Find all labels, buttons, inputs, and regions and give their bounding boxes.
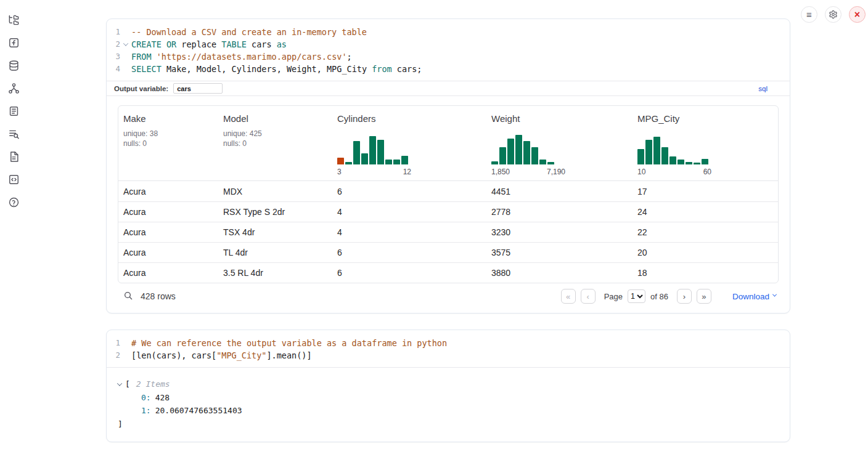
- code-line[interactable]: 1# We can reference the output variable …: [107, 337, 790, 349]
- histogram-bar: [547, 162, 554, 164]
- histogram-bar: [361, 153, 368, 164]
- fold-chevron-icon[interactable]: [120, 38, 131, 51]
- close-icon: ×: [854, 9, 860, 20]
- prev-page-button[interactable]: ‹: [581, 289, 596, 304]
- table-cell: Acura: [118, 202, 218, 222]
- scratchpad-icon[interactable]: [7, 104, 20, 118]
- fold-spacer: [120, 63, 131, 75]
- tree-entry-value: 428: [155, 391, 170, 405]
- collapse-chevron-icon[interactable]: [117, 381, 122, 386]
- help-icon[interactable]: [7, 195, 20, 209]
- next-page-button[interactable]: ›: [677, 289, 692, 304]
- histogram-bar: [702, 159, 708, 164]
- code-line[interactable]: 2CREATE OR replace TABLE cars as: [107, 38, 790, 51]
- mpg-city-histogram[interactable]: [637, 135, 711, 164]
- table-cell: Acura: [118, 263, 218, 283]
- histogram-bar: [337, 158, 344, 164]
- code-line[interactable]: 2[len(cars), cars["MPG_City"].mean()]: [107, 349, 790, 362]
- download-button[interactable]: Download: [732, 292, 776, 301]
- code-line[interactable]: 1-- Download a CSV and create an in-memo…: [107, 26, 790, 38]
- column-header-mpg-city[interactable]: MPG_City 10 60: [633, 106, 778, 180]
- table-row[interactable]: AcuraTSX 4dr4323022: [118, 222, 778, 242]
- table-cell: RSX Type S 2dr: [218, 202, 332, 222]
- histogram-bar: [345, 162, 352, 164]
- menu-icon: ≡: [806, 9, 812, 20]
- histogram-bar: [686, 162, 692, 164]
- bracket-close-line: ]: [118, 418, 790, 431]
- weight-histogram[interactable]: [491, 135, 565, 164]
- fold-spacer: [120, 337, 131, 349]
- table-cell: 3230: [486, 222, 633, 242]
- table-cell: Acura: [118, 181, 218, 201]
- fold-spacer: [120, 26, 131, 38]
- shutdown-button[interactable]: ×: [849, 6, 866, 23]
- output-variable-bar: Output variable: sql: [107, 81, 790, 96]
- table-row[interactable]: AcuraMDX6445117: [118, 181, 778, 201]
- table-header: Make unique: 38 nulls: 0 Model unique: 4…: [118, 106, 778, 181]
- logs-icon[interactable]: [7, 127, 20, 140]
- search-icon: [123, 291, 133, 301]
- settings-button[interactable]: [825, 6, 841, 23]
- page-select[interactable]: 1: [628, 289, 645, 303]
- tree-entry-key: 1:: [141, 404, 151, 418]
- column-header-model[interactable]: Model unique: 425 nulls: 0: [218, 106, 332, 180]
- file-explorer-icon[interactable]: [7, 13, 20, 26]
- tree-root-line[interactable]: [ 2 Items: [118, 378, 790, 391]
- column-header-weight[interactable]: Weight 1,850 7,190: [486, 106, 633, 180]
- tree-entry-key: 0:: [141, 391, 151, 405]
- histogram-bar: [531, 147, 538, 164]
- page-total-label: of 86: [650, 292, 668, 301]
- bracket-close: ]: [118, 418, 123, 431]
- histogram-bar: [637, 149, 644, 164]
- bracket-open: [: [125, 378, 130, 391]
- column-header-cylinders[interactable]: Cylinders 3 12: [332, 106, 486, 180]
- database-icon[interactable]: [7, 59, 20, 72]
- table-cell: 3575: [486, 243, 633, 262]
- first-page-button[interactable]: «: [561, 289, 576, 304]
- table-cell: Acura: [118, 222, 218, 242]
- code-line[interactable]: 4SELECT Make, Model, Cylinders, Weight, …: [107, 63, 790, 75]
- table-cell: 4: [332, 222, 486, 242]
- line-number: 1: [107, 26, 120, 38]
- dependency-graph-icon[interactable]: [7, 81, 20, 95]
- notebook-menu-button[interactable]: ≡: [801, 6, 817, 23]
- histogram-bar: [353, 141, 360, 164]
- python-editor[interactable]: 1# We can reference the output variable …: [107, 330, 790, 367]
- histogram-bar: [661, 147, 668, 164]
- pagination: « ‹ Page 1 of 86 › » Download: [561, 289, 776, 304]
- table-cell: 6: [332, 263, 486, 283]
- table-row[interactable]: Acura3.5 RL 4dr6388018: [118, 262, 778, 283]
- histogram-bar: [694, 163, 700, 164]
- table-cell: 22: [633, 222, 778, 242]
- helper-sidebar: [0, 0, 27, 449]
- hist-min-label: 10: [637, 168, 645, 176]
- column-unique-stat: unique: 38: [123, 129, 216, 138]
- data-table: Make unique: 38 nulls: 0 Model unique: 4…: [118, 105, 779, 283]
- table-row[interactable]: AcuraTL 4dr6357520: [118, 242, 778, 262]
- snippets-icon[interactable]: [7, 172, 20, 186]
- histogram-bar: [369, 136, 376, 164]
- table-cell: 17: [633, 181, 778, 201]
- sql-cell: 1-- Download a CSV and create an in-memo…: [106, 18, 790, 313]
- search-button[interactable]: [122, 290, 134, 302]
- fold-spacer: [120, 51, 131, 63]
- histogram-bar: [523, 141, 530, 164]
- hist-max-label: 7,190: [547, 168, 565, 176]
- documentation-icon[interactable]: [7, 150, 20, 163]
- output-variable-input[interactable]: [173, 83, 223, 94]
- table-cell: 2778: [486, 202, 633, 222]
- table-row[interactable]: AcuraRSX Type S 2dr4277824: [118, 201, 778, 222]
- table-cell: 4451: [486, 181, 633, 201]
- table-cell: TSX 4dr: [218, 222, 332, 242]
- code-line[interactable]: 3FROM 'https://datasets.marimo.app/cars.…: [107, 51, 790, 63]
- last-page-button[interactable]: »: [697, 289, 711, 304]
- python-cell: 1# We can reference the output variable …: [106, 330, 790, 442]
- variables-icon[interactable]: [7, 36, 20, 49]
- page-label: Page: [604, 292, 623, 301]
- cylinders-histogram[interactable]: [337, 135, 411, 164]
- column-header-make[interactable]: Make unique: 38 nulls: 0: [118, 106, 218, 180]
- gear-icon: [829, 10, 838, 19]
- histogram-bar: [669, 156, 676, 164]
- sql-editor[interactable]: 1-- Download a CSV and create an in-memo…: [107, 19, 790, 81]
- table-cell: 3.5 RL 4dr: [218, 263, 332, 283]
